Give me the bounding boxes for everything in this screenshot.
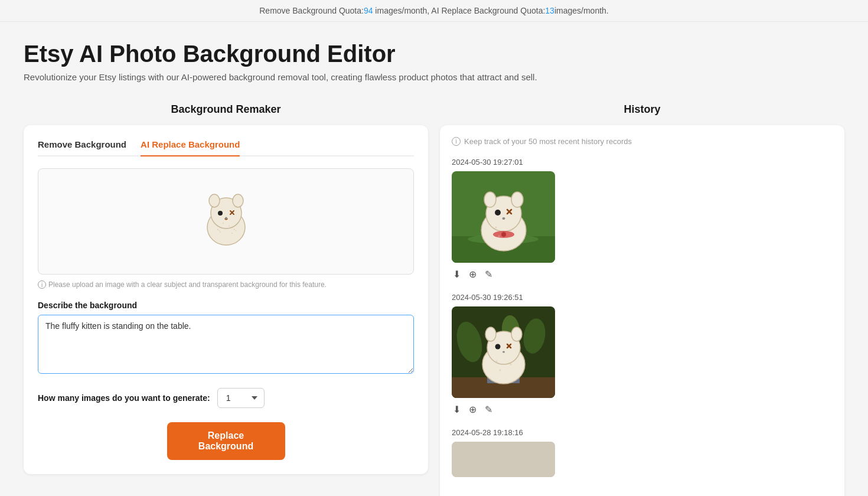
svg-point-10 [223,223,224,224]
history-image-svg-1 [452,171,555,263]
svg-point-44 [496,361,498,363]
svg-point-46 [500,370,501,371]
replace-background-button[interactable]: Replace Background [167,422,285,460]
left-panel-title: Background Remaker [24,103,428,116]
download-button-2[interactable]: ⬇ [452,403,462,416]
svg-point-20 [511,192,523,207]
add-icon-1: ⊕ [469,269,477,279]
svg-point-29 [498,236,500,237]
history-image-1 [452,171,555,263]
page-header: Etsy AI Photo Background Editor Revoluti… [0,22,868,92]
quota-text: Remove Background Quota: [259,6,364,15]
svg-point-26 [501,232,506,237]
history-notice-text: Keep track of your 50 most recent histor… [464,137,632,146]
remaker-card: Remove Background AI Replace Background [24,125,428,474]
svg-point-4 [218,211,223,216]
left-panel: Background Remaker Remove Background AI … [24,103,428,496]
history-info-icon: i [452,137,461,146]
svg-point-3 [233,194,243,207]
quota1-unit: images/month, AI Replace Background Quot… [373,6,545,15]
preview-container [200,169,253,274]
right-panel: History i Keep track of your 50 most rec… [440,103,844,496]
svg-point-24 [502,217,505,220]
history-notice: i Keep track of your 50 most recent hist… [452,137,833,146]
page-title: Etsy AI Photo Background Editor [24,41,844,67]
svg-point-43 [502,351,505,353]
svg-point-27 [495,227,497,229]
tab-ai-replace-background[interactable]: AI Replace Background [141,139,240,156]
history-timestamp-2: 2024-05-30 19:26:51 [452,293,833,302]
edit-button-1[interactable]: ✎ [484,267,494,281]
history-entry-3: 2024-05-28 19:18:16 [452,428,833,477]
svg-point-28 [510,230,512,231]
count-select-wrapper: 1 2 3 4 [217,388,265,408]
upload-hint: i Please upload an image with a clear su… [38,280,414,289]
count-row: How many images do you want to generate:… [38,388,414,408]
history-image-svg-2 [452,306,555,398]
svg-point-11 [229,226,230,227]
history-entry-2: 2024-05-30 19:26:51 [452,293,833,416]
edit-icon-1: ✎ [485,269,492,279]
add-button-2[interactable]: ⊕ [468,403,478,416]
download-icon-1: ⬇ [453,269,461,279]
quota2-number: 13 [545,6,554,15]
svg-point-39 [511,327,522,341]
preview-image [200,191,253,253]
count-label: How many images do you want to generate: [38,393,210,403]
describe-textarea[interactable]: The fluffy kitten is standing on the tab… [38,315,414,374]
svg-point-45 [510,364,512,366]
history-image-svg-3 [452,442,555,477]
history-entry: 2024-05-30 19:27:01 [452,158,833,281]
page-subtitle: Revolutionize your Etsy listings with ou… [24,72,844,82]
svg-point-2 [209,194,220,207]
history-actions-1: ⬇ ⊕ ✎ [452,267,833,281]
main-layout: Background Remaker Remove Background AI … [0,92,868,496]
history-timestamp-3: 2024-05-28 19:18:16 [452,428,833,437]
upload-area[interactable] [38,168,414,275]
svg-point-19 [484,192,496,207]
history-card: i Keep track of your 50 most recent hist… [440,125,844,496]
download-icon-2: ⬇ [453,404,461,415]
count-select[interactable]: 1 2 3 4 [217,388,265,408]
upload-hint-text: Please upload an image with a clear subj… [48,280,327,289]
describe-label: Describe the background [38,301,414,310]
history-timestamp: 2024-05-30 19:27:01 [452,158,833,167]
history-actions-2: ⬇ ⊕ ✎ [452,403,833,416]
svg-point-13 [231,233,233,234]
tab-remove-label: Remove Background [38,139,126,149]
svg-point-12 [220,231,221,233]
svg-point-21 [495,210,501,216]
history-image-2 [452,306,555,398]
svg-point-40 [495,344,501,350]
add-button-1[interactable]: ⊕ [468,267,478,281]
add-icon-2: ⊕ [469,404,477,415]
svg-rect-47 [452,442,555,477]
download-button-1[interactable]: ⬇ [452,267,462,281]
tab-bar: Remove Background AI Replace Background [38,139,414,156]
history-image-3 [452,442,555,477]
edit-icon-2: ✎ [485,404,492,415]
top-bar: Remove Background Quota:94 images/month,… [0,0,868,22]
svg-point-38 [485,327,496,341]
quota1-number: 94 [364,6,373,15]
info-icon: i [38,280,46,289]
tab-remove-background[interactable]: Remove Background [38,139,126,156]
tab-replace-label: AI Replace Background [141,139,240,149]
right-panel-title: History [440,103,844,116]
quota2-unit: images/month. [554,6,609,15]
edit-button-2[interactable]: ✎ [484,403,494,416]
